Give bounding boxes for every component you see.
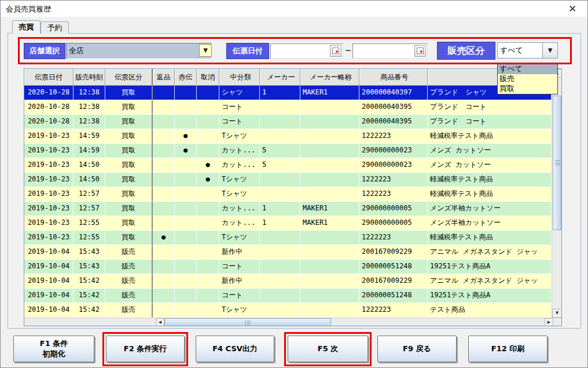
horizontal-scrollbar[interactable]: ◀ ▶ [24,318,561,326]
cell-return [153,289,175,303]
cell-item-no: 1222223 [359,187,428,202]
cell-time: 14:59 [74,144,105,158]
scroll-down-icon[interactable]: ▼ [552,309,562,318]
table-row[interactable]: 2019-10-0415:42販売新作中200167009229アニマル メガネ… [24,274,552,289]
store-select-combo[interactable]: 全店 [66,43,212,59]
dropdown-option-kaitori[interactable]: 買取 [498,84,557,94]
f1-init-conditions-button[interactable]: F1 条件 初期化 [13,336,94,362]
horizontal-scrollbar-thumb[interactable] [164,318,331,326]
cell-date: 2019-10-23 [24,129,74,144]
cell-red-slip [175,115,197,129]
column-header-cancel[interactable]: 取消 [197,69,219,86]
scroll-right-icon[interactable]: ▶ [545,318,553,326]
cell-time: 14:50 [74,158,105,173]
sales-type-label: 販売区分 [437,42,495,60]
cell-red-slip: ● [175,144,197,158]
cell-red-slip [175,187,197,202]
cell-item-name: メンズ カットソー [428,144,552,158]
cell-type: 買取 [105,158,153,173]
column-header-return[interactable]: 返品 [153,69,175,86]
cell-maker-abbr [300,231,359,245]
cell-cancel: ● [197,158,219,173]
cell-return [153,86,175,100]
table-row[interactable]: 2019-10-2314:50買取●Tシャツ1222223軽減税率テスト商品 [24,173,552,187]
column-header-date[interactable]: 伝票日付 [24,69,74,86]
cell-date: 2019-10-04 [24,303,74,318]
calendar-icon[interactable] [414,45,426,57]
sales-combo-arrow-icon[interactable]: ▼ [542,42,558,59]
cell-return [153,129,175,144]
calendar-glyph [417,48,424,54]
table-row[interactable]: 2019-10-0415:43販売新作中200167009229アニマル メガネ… [24,245,552,260]
cell-cancel [197,245,219,260]
cell-maker [260,289,300,303]
tab-yoyaku[interactable]: 予約 [41,21,69,34]
table-row[interactable]: 2019-10-2314:59買取●カット...5290000000023メンズ… [24,144,552,158]
cell-date: 2019-10-04 [24,274,74,289]
f9-back-button[interactable]: F9 戻る [377,336,457,362]
calendar-icon[interactable] [330,45,341,57]
table-row[interactable]: 2019-10-2312:57買取カット...1MAKER12900000000… [24,202,552,216]
vertical-scrollbar[interactable]: ▲ ▼ [552,69,561,318]
table-row[interactable]: 2019-10-0415:43販売コート20000005124819251テスト… [24,260,552,274]
table-row[interactable]: 2019-10-2314:50買取●カット...5290000000023メンズ… [24,158,552,173]
cell-date: 2019-10-23 [24,144,74,158]
column-header-time[interactable]: 販売時刻 [74,69,105,86]
column-header-item-no[interactable]: 商品番号 [359,69,428,86]
store-combo-arrow-icon[interactable]: ▼ [199,44,212,57]
cell-type: 買取 [105,144,153,158]
table-row[interactable]: 2019-10-2312:55買取カット...1MAKER12900000000… [24,216,552,231]
cell-red-slip [175,100,197,115]
f12-print-button[interactable]: F12 印刷 [468,336,547,362]
sales-type-combo[interactable]: すべて [497,42,543,59]
cell-red-slip [175,289,197,303]
column-header-type[interactable]: 伝票区分 [105,69,153,86]
cell-type: 買取 [105,173,153,187]
column-header-category[interactable]: 中分類 [219,69,260,86]
dialog-window: 会員売買履歴 ✕ 売買 予約 店舗選択 全店 ▼ 伝票日付 ~ 販売区分 すべて… [0,0,588,368]
close-icon[interactable]: ✕ [564,2,580,16]
cell-red-slip [175,245,197,260]
cell-cancel [197,274,219,289]
sales-type-dropdown: すべて 販売 買取 [497,64,558,94]
cell-return [153,187,175,202]
dropdown-option-subete[interactable]: すべて [498,64,557,74]
cell-date: 2019-10-23 [24,231,74,245]
cell-maker-abbr: MAKER1 [300,86,359,100]
column-header-maker-abbr[interactable]: メーカー略称 [300,69,359,86]
store-select-label: 店舗選択 [24,43,65,59]
table-row[interactable]: 2019-10-2312:57買取Tシャツ1222223軽減税率テスト商品 [24,187,552,202]
column-header-maker[interactable]: メーカー [260,69,300,86]
cell-type: 買取 [105,129,153,144]
cell-cancel [197,129,219,144]
cell-type: 販売 [105,289,153,303]
cell-item-name: メンズ半袖カットソー [428,202,552,216]
cell-maker [260,245,300,260]
column-header-red-slip[interactable]: 赤伝 [175,69,197,86]
cell-type: 買取 [105,202,153,216]
f4-csv-export-button[interactable]: F4 CSV出力 [196,336,274,362]
cell-category: コート [219,289,260,303]
scroll-left-icon[interactable]: ◀ [156,318,164,326]
f2-execute-conditions-button[interactable]: F2 条件実行 [106,336,185,362]
table-row[interactable]: 2019-10-0415:42販売コート20000005124819251テスト… [24,289,552,303]
table-row[interactable]: 2020-10-2812:38買取コート200000040395ブランド コート [24,100,552,115]
cell-maker: 1 [260,202,300,216]
cell-item-no: 1222223 [359,303,428,318]
cell-red-slip [175,260,197,274]
f5-next-button[interactable]: F5 次 [288,336,368,362]
table-row[interactable]: 2019-10-2314:59買取●Tシャツ1222223軽減税率テスト商品 [24,129,552,144]
cell-date: 2019-10-04 [24,260,74,274]
cell-red-slip [175,274,197,289]
cell-maker [260,231,300,245]
cell-cancel [197,303,219,318]
cell-time: 12:55 [74,231,105,245]
tab-baibai[interactable]: 売買 [12,20,41,34]
vertical-scrollbar-thumb[interactable] [553,96,561,230]
table-row[interactable]: 2019-10-2312:55買取●Tシャツ1222223軽減税率テスト商品 [24,231,552,245]
cell-maker-abbr [300,245,359,260]
dropdown-option-hanbai[interactable]: 販売 [498,74,557,84]
table-row[interactable]: 2020-10-2812:38買取シャツ1MAKER1200000040397ブ… [24,86,552,100]
table-row[interactable]: 2020-10-2812:38買取コート200000040395ブランド コート [24,115,552,129]
table-row[interactable]: 2019-10-0415:42販売Tシャツ1222223テスト商品 [24,303,552,318]
